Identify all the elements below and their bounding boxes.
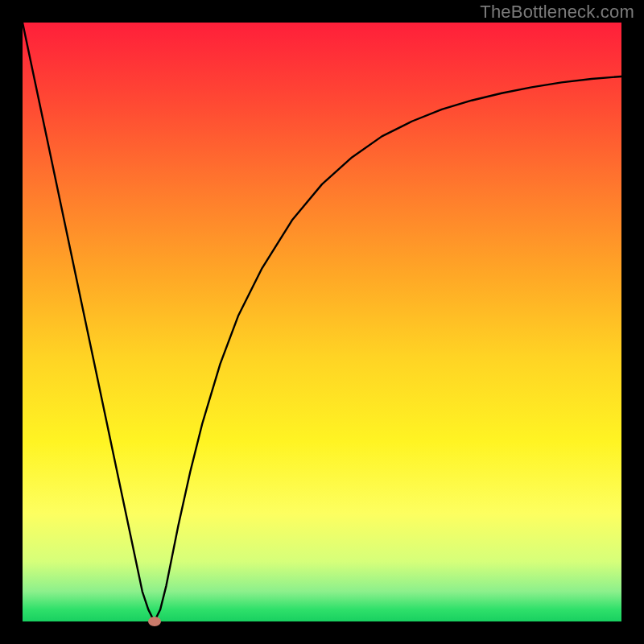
plot-area [23, 23, 621, 621]
optimal-point-marker [148, 617, 161, 626]
chart-frame: TheBottleneck.com [0, 0, 644, 644]
bottleneck-curve [23, 23, 621, 621]
watermark-text: TheBottleneck.com [480, 2, 634, 23]
curve-svg [23, 23, 621, 621]
